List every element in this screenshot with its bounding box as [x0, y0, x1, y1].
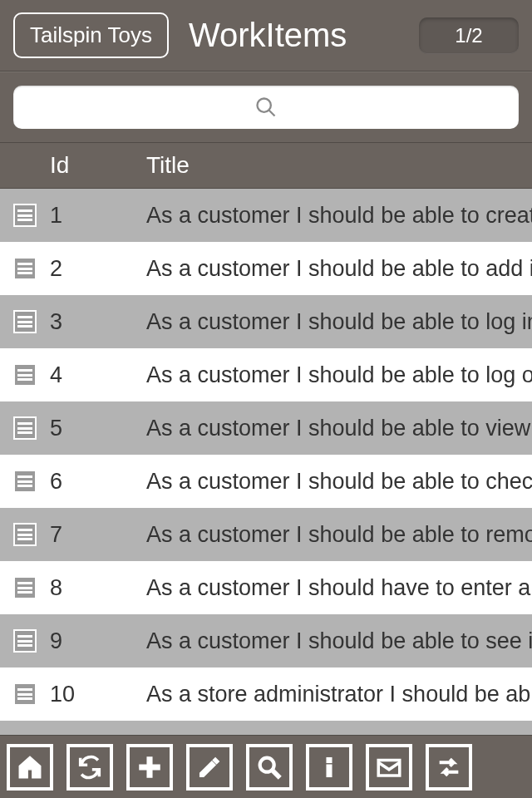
cell-id: 7 — [50, 522, 146, 548]
cell-id: 9 — [50, 628, 146, 654]
list-icon — [13, 629, 37, 653]
svg-line-3 — [273, 771, 280, 778]
swap-button[interactable] — [426, 744, 472, 791]
list-icon — [13, 416, 37, 440]
home-icon — [16, 753, 44, 781]
cell-title: As a customer I should be able to see im — [146, 628, 532, 654]
cell-title: As a customer I should be able to log in — [146, 309, 532, 335]
plus-icon — [135, 753, 164, 781]
list-icon — [13, 257, 37, 280]
cell-title: As a customer I should be able to view m — [146, 416, 532, 441]
list-icon — [13, 470, 37, 493]
refresh-button[interactable] — [66, 744, 113, 791]
mail-button[interactable] — [366, 744, 412, 791]
cell-id: 6 — [50, 469, 146, 495]
column-header-title[interactable]: Title — [146, 152, 532, 179]
list-icon — [13, 310, 37, 333]
table-row[interactable]: 1 As a customer I should be able to crea… — [0, 189, 532, 242]
list-icon — [13, 576, 37, 599]
table-row[interactable]: 10 As a store administrator I should be … — [0, 667, 532, 721]
swap-icon — [435, 753, 463, 781]
cell-title: As a customer I should be able to add it — [146, 256, 532, 282]
cell-title: As a customer I should be able to create — [146, 203, 532, 229]
search-button[interactable] — [246, 744, 293, 791]
magnify-icon — [255, 753, 283, 781]
workitem-list: 1 As a customer I should be able to crea… — [0, 189, 532, 735]
page-title: WorkItems — [189, 17, 399, 54]
add-button[interactable] — [126, 744, 173, 791]
search-icon — [254, 96, 278, 119]
cell-title: As a customer I should have to enter a s — [146, 575, 532, 601]
cell-id: 2 — [50, 256, 146, 282]
cell-id: 1 — [50, 203, 146, 229]
cell-title: As a customer I should be able to remov — [146, 522, 532, 548]
table-row[interactable]: 8 As a customer I should have to enter a… — [0, 561, 532, 614]
list-icon — [13, 204, 37, 227]
mail-icon — [375, 753, 403, 781]
edit-button[interactable] — [186, 744, 233, 791]
info-button[interactable] — [306, 744, 352, 791]
cell-title: As a customer I should be able to log ou — [146, 362, 532, 388]
column-header-id[interactable]: Id — [50, 152, 146, 179]
table-row[interactable]: 2 As a customer I should be able to add … — [0, 242, 532, 295]
info-icon — [315, 753, 343, 781]
table-row[interactable]: 5 As a customer I should be able to view… — [0, 401, 532, 455]
page-indicator[interactable]: 1/2 — [419, 17, 519, 54]
table-row[interactable]: 11 As a store administrator I should be … — [0, 721, 532, 735]
svg-point-0 — [258, 99, 271, 112]
table-row[interactable]: 3 As a customer I should be able to log … — [0, 295, 532, 348]
search-area — [0, 71, 532, 142]
table-row[interactable]: 7 As a customer I should be able to remo… — [0, 508, 532, 561]
list-icon — [13, 682, 37, 706]
column-header-row: Id Title — [0, 142, 532, 189]
edit-icon — [195, 753, 224, 781]
svg-line-1 — [269, 111, 275, 116]
cell-id: 5 — [50, 416, 146, 441]
list-icon — [13, 363, 37, 387]
cell-id: 3 — [50, 309, 146, 335]
cell-title: As a store administrator I should be abl… — [146, 682, 532, 707]
table-row[interactable]: 9 As a customer I should be able to see … — [0, 614, 532, 667]
svg-rect-5 — [327, 765, 332, 776]
cell-title: As a customer I should be able to check — [146, 469, 532, 495]
list-icon — [13, 523, 37, 546]
project-selector-button[interactable]: Tailspin Toys — [13, 12, 169, 58]
cell-id: 4 — [50, 362, 146, 388]
header-bar: Tailspin Toys WorkItems 1/2 — [0, 0, 532, 71]
refresh-icon — [76, 753, 104, 781]
svg-point-2 — [260, 757, 274, 771]
cell-id: 8 — [50, 575, 146, 601]
cell-id: 10 — [50, 682, 146, 707]
table-row[interactable]: 4 As a customer I should be able to log … — [0, 348, 532, 401]
svg-rect-4 — [327, 757, 332, 762]
search-input[interactable] — [13, 86, 519, 129]
bottom-toolbar — [0, 735, 532, 798]
table-row[interactable]: 6 As a customer I should be able to chec… — [0, 455, 532, 508]
home-button[interactable] — [7, 744, 53, 791]
